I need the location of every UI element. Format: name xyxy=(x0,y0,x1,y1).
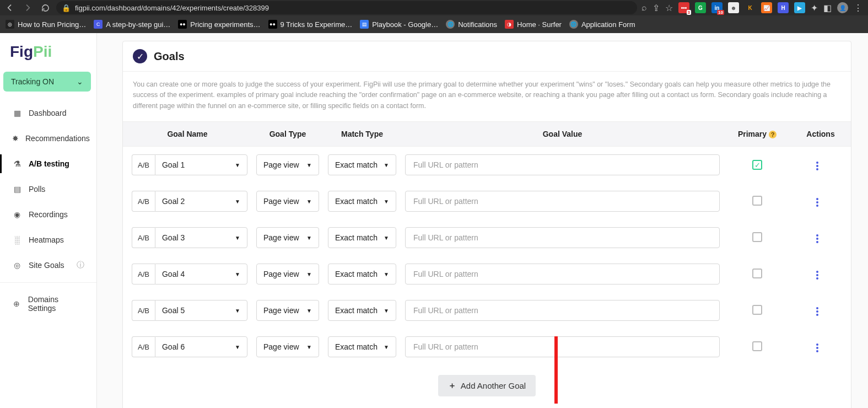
goal-name-select[interactable]: Goal 2▼ xyxy=(155,191,247,212)
chevron-down-icon: ⌄ xyxy=(77,77,83,86)
sidebar-item-recordings[interactable]: ◉Recordings xyxy=(0,202,96,227)
goal-name-select[interactable]: Goal 1▼ xyxy=(155,154,247,175)
table-row: A/B Goal 1▼ Page view▼ Exact match▼ xyxy=(123,147,851,184)
row-actions-menu[interactable] xyxy=(813,195,822,210)
goal-value-input[interactable] xyxy=(405,227,720,248)
goal-name-select[interactable]: Goal 5▼ xyxy=(155,300,247,321)
recommend-icon: ✸ xyxy=(12,133,19,143)
match-type-select[interactable]: Exact match▼ xyxy=(328,336,396,357)
bookmark-item[interactable]: ◑Home · Surfer xyxy=(505,20,562,29)
match-type-select[interactable]: Exact match▼ xyxy=(328,264,396,284)
table-header-row: Goal Name Goal Type Match Type Goal Valu… xyxy=(123,122,851,147)
extension-lastpass[interactable]: •••3 xyxy=(678,2,689,13)
row-actions-menu[interactable] xyxy=(813,340,822,356)
bookmark-item[interactable]: ◎How to Run Pricing… xyxy=(6,20,86,29)
goals-table: Goal Name Goal Type Match Type Goal Valu… xyxy=(123,121,851,365)
row-actions-menu[interactable] xyxy=(813,267,822,283)
table-row: A/B Goal 3▼ Page view▼ Exact match▼ xyxy=(123,219,851,256)
bookmark-item[interactable]: ▤Playbook - Google… xyxy=(360,20,438,29)
url-text: figpii.com/dashboard/domains/42/experime… xyxy=(75,4,269,12)
card-title: Goals xyxy=(154,50,185,63)
primary-checkbox[interactable] xyxy=(752,160,762,170)
extension-k[interactable]: K xyxy=(745,2,756,13)
profile-avatar[interactable]: 👤 xyxy=(837,2,848,13)
chevron-down-icon: ▼ xyxy=(306,308,312,314)
col-match-type: Match Type xyxy=(324,122,401,147)
chevron-down-icon: ▼ xyxy=(384,344,389,350)
star-icon[interactable]: ☆ xyxy=(665,3,673,13)
table-row: A/B Goal 2▼ Page view▼ Exact match▼ xyxy=(123,183,851,219)
goal-value-input[interactable] xyxy=(405,154,720,175)
extension-face[interactable]: ☻ xyxy=(728,2,739,13)
goal-type-select[interactable]: Page view▼ xyxy=(256,300,319,321)
extensions-puzzle-icon[interactable]: ✦ xyxy=(811,3,818,13)
search-lens-icon[interactable]: ⌕ xyxy=(641,3,647,13)
sidebar-item-recommendations[interactable]: ✸Recommendations xyxy=(0,126,96,151)
forward-button[interactable] xyxy=(21,1,34,14)
goal-value-input[interactable] xyxy=(405,336,720,357)
bookmark-item[interactable]: CA step-by-step gui… xyxy=(94,20,170,29)
chevron-down-icon: ▼ xyxy=(235,198,240,205)
primary-checkbox[interactable] xyxy=(752,305,762,315)
primary-checkbox[interactable] xyxy=(752,232,762,242)
row-actions-menu[interactable] xyxy=(813,231,822,246)
bookmark-item[interactable]: 🌐Application Form xyxy=(569,20,635,29)
back-button[interactable] xyxy=(3,1,17,14)
extension-chart[interactable]: 📈 xyxy=(761,2,772,13)
match-type-select[interactable]: Exact match▼ xyxy=(328,154,396,175)
col-goal-type: Goal Type xyxy=(252,122,324,147)
extension-grammarly[interactable]: G xyxy=(695,2,706,13)
extension-linkedin[interactable]: in10 xyxy=(711,2,723,13)
c-icon: C xyxy=(94,20,103,29)
ab-chip: A/B xyxy=(132,227,155,248)
primary-checkbox[interactable] xyxy=(752,341,762,351)
ab-chip: A/B xyxy=(132,191,155,212)
sidebar-item-site-goals[interactable]: ◎Site Goalsⓘ xyxy=(0,253,96,278)
match-type-select[interactable]: Exact match▼ xyxy=(328,191,396,212)
goal-type-select[interactable]: Page view▼ xyxy=(256,191,319,212)
bookmark-item[interactable]: 🌐Notifications xyxy=(446,20,497,29)
sidebar-item-dashboard[interactable]: ▦Dashboard xyxy=(0,100,96,126)
goal-type-select[interactable]: Page view▼ xyxy=(256,336,319,357)
goal-name-select[interactable]: Goal 4▼ xyxy=(155,264,247,284)
goal-value-input[interactable] xyxy=(405,264,720,284)
bookmark-item[interactable]: ●●Pricing experiments… xyxy=(178,20,260,29)
target-icon: ◎ xyxy=(12,260,22,270)
primary-checkbox[interactable] xyxy=(752,196,762,206)
chrome-menu-icon[interactable]: ⋮ xyxy=(854,3,862,13)
goal-value-input[interactable] xyxy=(405,191,720,212)
ab-chip: A/B xyxy=(132,336,155,357)
extension-h[interactable]: H xyxy=(778,2,789,13)
goal-value-input[interactable] xyxy=(405,300,720,321)
row-actions-menu[interactable] xyxy=(813,304,822,319)
match-type-select[interactable]: Exact match▼ xyxy=(328,227,396,248)
address-bar[interactable]: 🔒 figpii.com/dashboard/domains/42/experi… xyxy=(56,1,637,14)
sidebar-item-domains-settings[interactable]: ⊕Domains Settings xyxy=(0,287,96,320)
chevron-down-icon: ▼ xyxy=(235,162,240,168)
sidebar-item-ab-testing[interactable]: ⚗A/B testing xyxy=(0,151,96,176)
chevron-down-icon: ▼ xyxy=(306,162,312,168)
goal-name-select[interactable]: Goal 6▼ xyxy=(155,336,247,357)
heatmap-icon: ░ xyxy=(12,235,22,245)
help-icon[interactable]: ? xyxy=(769,131,777,138)
tracking-status-toggle[interactable]: Tracking ON ⌄ xyxy=(3,72,91,92)
col-primary: Primary? xyxy=(724,122,790,147)
sidebar-item-heatmaps[interactable]: ░Heatmaps xyxy=(0,227,96,253)
sidebar-item-polls[interactable]: ▤Polls xyxy=(0,176,96,202)
bookmark-item[interactable]: ●●9 Tricks to Experime… xyxy=(268,20,353,29)
goal-name-select[interactable]: Goal 3▼ xyxy=(155,227,247,248)
goal-type-select[interactable]: Page view▼ xyxy=(256,154,319,175)
match-type-select[interactable]: Exact match▼ xyxy=(328,300,396,321)
doc-icon: ▤ xyxy=(360,20,369,29)
goal-type-select[interactable]: Page view▼ xyxy=(256,227,319,248)
share-icon[interactable]: ⇪ xyxy=(653,3,660,13)
check-badge-icon: ✓ xyxy=(133,49,147,63)
extension-play[interactable]: ▶ xyxy=(794,2,805,13)
side-panel-icon[interactable]: ◧ xyxy=(823,3,832,13)
reload-button[interactable] xyxy=(39,1,52,14)
primary-checkbox[interactable] xyxy=(752,269,762,278)
goal-type-select[interactable]: Page view▼ xyxy=(256,264,319,284)
row-actions-menu[interactable] xyxy=(813,158,822,174)
add-another-goal-button[interactable]: ＋ Add Another Goal xyxy=(438,375,536,396)
target-icon: ◎ xyxy=(6,20,14,29)
